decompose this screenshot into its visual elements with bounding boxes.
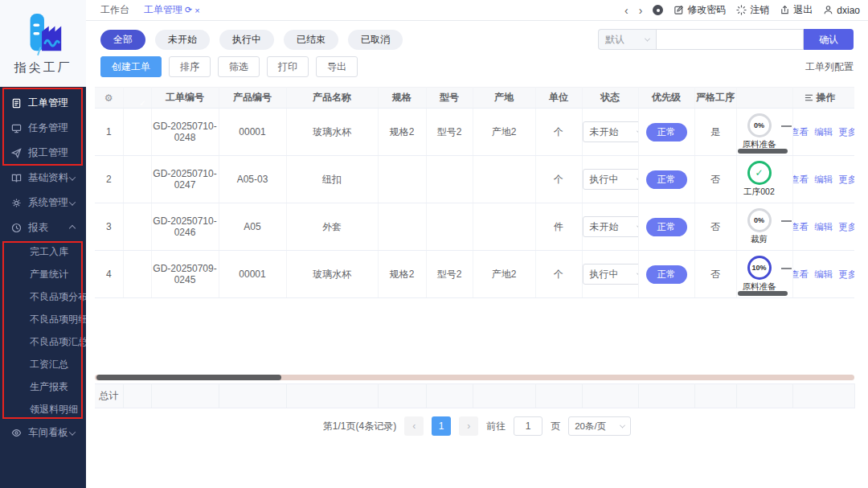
total-row: 总计: [95, 383, 854, 408]
sidebar-subitem-material-detail[interactable]: 领退料明细: [0, 398, 86, 420]
goto-page-input[interactable]: [514, 416, 542, 436]
list-settings-icon[interactable]: [805, 93, 813, 102]
prev-page-button[interactable]: ‹: [404, 416, 424, 436]
sidebar: 指尖工厂 工单管理 任务管理 报工管理 基础资料 系统管理: [0, 0, 86, 488]
sidebar-subitem-defect-distribution[interactable]: 不良品项分布: [0, 285, 86, 308]
filter-pill-in-progress[interactable]: 执行中: [219, 30, 274, 50]
cell-scrollbar[interactable]: [738, 291, 788, 296]
cell-spec: 规格2: [378, 109, 426, 156]
tab-work-orders[interactable]: 工单管理 ⟳ ×: [144, 3, 200, 17]
edit-link[interactable]: 编辑: [814, 269, 833, 281]
cell-product-name: 玻璃水杯: [286, 109, 378, 156]
view-link[interactable]: 查看: [792, 221, 809, 233]
col-model: 型号: [426, 88, 473, 109]
scrollbar-thumb[interactable]: [96, 375, 281, 380]
nav-back-icon[interactable]: ‹: [624, 5, 628, 16]
cell-order-no: GD-20250710-0248: [151, 109, 219, 156]
col-actions: 操作: [792, 88, 854, 109]
submenu-label: 产量统计: [30, 268, 68, 281]
more-link[interactable]: 更多: [838, 221, 854, 233]
print-button[interactable]: 打印: [267, 56, 309, 77]
sidebar-item-work-report[interactable]: 报工管理: [0, 141, 86, 166]
sidebar-item-tasks[interactable]: 任务管理: [0, 116, 86, 141]
sidebar-subitem-wage-summary[interactable]: 工资汇总: [0, 353, 86, 375]
edit-link[interactable]: 编辑: [814, 126, 833, 138]
spinner-icon: [736, 5, 747, 15]
status-filter-bar: 全部 未开始 执行中 已结束 已取消 默认 确认: [100, 29, 854, 50]
sidebar-subitem-production-report[interactable]: 生产报表: [0, 375, 86, 398]
search-preset-select[interactable]: 默认: [598, 29, 656, 50]
edit-link[interactable]: 编辑: [814, 221, 833, 233]
view-link[interactable]: 查看: [792, 126, 809, 138]
edit-link[interactable]: 编辑: [814, 174, 833, 186]
row-actions: 查看 编辑 更多: [793, 126, 855, 138]
sort-button[interactable]: 排序: [169, 56, 211, 77]
submenu-label: 不良品项分布: [30, 290, 88, 304]
work-order-table: ⚙ 工单编号 产品编号 产品名称 规格 型号 产地 单位 状态 优先级 严格工序: [95, 87, 854, 298]
priority-badge: 正常: [646, 265, 687, 284]
status-select[interactable]: 执行中: [583, 264, 639, 285]
filter-pill-all[interactable]: 全部: [100, 30, 145, 50]
sidebar-subitem-finished-inbound[interactable]: 完工入库: [0, 240, 86, 263]
breadcrumb-workbench[interactable]: 工作台: [100, 3, 129, 17]
view-link[interactable]: 查看: [792, 174, 809, 186]
row-index: 2: [95, 156, 123, 203]
cell-model: [426, 156, 473, 203]
cell-product-no: 00001: [219, 109, 286, 156]
table-row: 1 GD-20250710-0248 00001 玻璃水杯 规格2 型号2 产地…: [95, 109, 854, 156]
chevron-up-icon: [69, 224, 76, 231]
column-config-link[interactable]: 工单列配置: [805, 60, 854, 74]
refresh-icon[interactable]: ⟳: [185, 5, 192, 15]
row-index: 4: [95, 251, 123, 298]
status-select[interactable]: 执行中: [583, 169, 639, 190]
cell-scrollbar[interactable]: [738, 149, 788, 154]
nav-forward-icon[interactable]: ›: [639, 5, 643, 16]
sidebar-item-label: 车间看板: [28, 426, 68, 440]
page-size-value: 20条/页: [575, 420, 606, 433]
filter-pill-not-started[interactable]: 未开始: [155, 30, 210, 50]
page-1-button[interactable]: 1: [432, 416, 451, 436]
sidebar-item-system[interactable]: 系统管理: [0, 191, 86, 215]
status-select[interactable]: 未开始: [583, 121, 639, 142]
status-select[interactable]: 未开始: [583, 216, 639, 237]
table-settings-icon[interactable]: ⚙: [104, 92, 113, 104]
topbar-actions: ‹ › 修改密码 注销 退出 dxiao: [624, 3, 860, 17]
page-size-select[interactable]: 20条/页: [568, 416, 631, 436]
user-menu[interactable]: dxiao: [823, 5, 860, 16]
step-label: 工序002: [743, 187, 775, 198]
sidebar-subitem-defect-detail[interactable]: 不良品项明细: [0, 308, 86, 330]
sidebar-subitem-defect-summary[interactable]: 不良品项汇总: [0, 330, 86, 353]
exit-button[interactable]: 退出: [780, 3, 813, 17]
export-button[interactable]: 导出: [316, 56, 358, 77]
more-link[interactable]: 更多: [838, 174, 854, 186]
document-icon: [11, 98, 22, 109]
change-password-button[interactable]: 修改密码: [674, 3, 726, 17]
close-icon[interactable]: ×: [194, 6, 199, 15]
create-work-order-button[interactable]: 创建工单: [100, 56, 162, 77]
sidebar-subitem-output-stats[interactable]: 产量统计: [0, 263, 86, 285]
record-dot-icon[interactable]: [653, 5, 663, 15]
next-page-button[interactable]: ›: [459, 416, 478, 436]
filter-pill-finished[interactable]: 已结束: [284, 30, 338, 50]
col-spec: 规格: [378, 88, 426, 109]
confirm-button[interactable]: 确认: [804, 29, 854, 50]
status-value: 未开始: [590, 125, 619, 139]
filter-pill-cancelled[interactable]: 已取消: [348, 30, 403, 50]
status-value: 执行中: [590, 173, 619, 187]
search-input[interactable]: [656, 29, 804, 50]
table-header-row: ⚙ 工单编号 产品编号 产品名称 规格 型号 产地 单位 状态 优先级 严格工序: [95, 88, 854, 109]
more-link[interactable]: 更多: [838, 269, 854, 281]
more-link[interactable]: 更多: [838, 126, 854, 138]
sidebar-item-workshop-board[interactable]: 车间看板: [0, 420, 86, 445]
sidebar-item-reports[interactable]: 报表: [0, 215, 86, 240]
logout-button[interactable]: 注销: [736, 3, 769, 17]
row-index: 1: [95, 109, 123, 156]
sidebar-item-work-orders[interactable]: 工单管理: [0, 91, 86, 116]
sidebar-item-basic-data[interactable]: 基础资料: [0, 166, 86, 191]
view-link[interactable]: 查看: [792, 269, 809, 281]
step-connector: [781, 125, 792, 127]
edit-icon: [674, 5, 684, 15]
main-content: 工作台 工单管理 ⟳ × ‹ › 修改密码 注销: [86, 0, 868, 488]
filter-button[interactable]: 筛选: [218, 56, 260, 77]
cell-strict: 否: [694, 251, 736, 298]
